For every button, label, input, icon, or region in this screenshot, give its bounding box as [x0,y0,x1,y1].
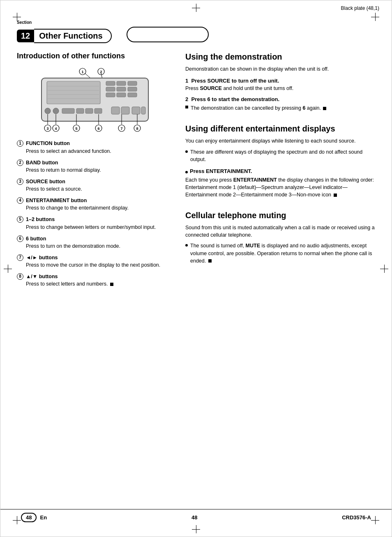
feature-item-4: 4 ENTERTAINMENT buttonPress to change to… [17,197,173,212]
demo-step-1: 1 Press SOURCE to turn off the unit. Pre… [185,78,375,92]
intro-heading: Introduction of other functions [17,51,173,61]
demo-step-1-body: Press SOURCE and hold until the unit tur… [185,85,375,92]
entertainment-heading: Using different entertainment displays [185,123,375,134]
svg-point-21 [45,108,51,114]
footer-left: 48 En [21,513,47,522]
svg-rect-26 [95,108,102,113]
cellular-intro: Sound from this unit is muted automatica… [185,224,375,239]
feature-num-3: 3 [17,178,23,185]
end-mark-4 [208,259,212,263]
svg-rect-15 [106,87,115,91]
svg-rect-19 [117,93,126,97]
svg-text:1: 1 [81,70,83,74]
cellular-heading: Cellular telephone muting [185,210,375,221]
entertainment-step-body: Each time you press ENTERTAINMENT the di… [185,176,375,198]
entertainment-bullet-1: These are different ways of displaying t… [185,148,375,163]
left-column: Introduction of other functions 1 2 [17,51,173,292]
svg-text:5: 5 [75,127,77,131]
feature-item-8: 8 ▲/▼ buttonsPress to select letters and… [17,273,173,288]
feature-num-8: 8 [17,273,23,280]
svg-rect-30 [141,107,145,114]
feature-text-3: SOURCE buttonPress to select a source. [26,178,82,193]
footer-right: CRD3576-A [342,514,371,521]
header: Section 12 Other Functions [0,0,392,43]
feature-list: 1 FUNCTION buttonPress to select an adva… [17,140,173,288]
feature-text-5: 1–2 buttonsPress to change between lette… [26,216,156,230]
feature-item-6: 6 6 buttonPress to turn on the demonstra… [17,235,173,250]
feature-item-1: 1 FUNCTION buttonPress to select an adva… [17,140,173,154]
page: Black plate (48,1) Section 12 Other Func… [0,0,392,537]
section-header-row: 12 Other Functions [17,25,375,43]
footer-center-text: 48 [191,514,197,521]
feature-text-4: ENTERTAINMENT buttonPress to change to t… [26,197,129,212]
entertainment-step: Press ENTERTAINMENT. Each time you press… [185,168,375,198]
demo-heading: Using the demonstration [185,51,375,62]
feature-item-5: 5 1–2 buttonsPress to change between let… [17,216,173,230]
svg-rect-24 [76,108,84,113]
svg-rect-25 [85,108,93,113]
feature-num-4: 4 [17,197,23,204]
feature-text-2: BAND buttonPress to return to normal dis… [26,159,101,174]
feature-text-7: ◄/► buttonsPress to move the cursor in t… [26,254,160,269]
svg-text:3: 3 [46,127,48,131]
crosshair-mid-left [4,265,12,273]
feature-item-7: 7 ◄/► buttonsPress to move the cursor in… [17,254,173,269]
feature-text-6: 6 buttonPress to turn on the demonstrati… [26,235,120,250]
demo-section: Using the demonstration Demonstration ca… [185,51,375,112]
svg-rect-28 [121,107,129,114]
svg-rect-14 [128,81,137,85]
section-oval [127,27,209,42]
svg-rect-16 [117,87,126,91]
bullet-round-icon-2 [185,171,188,173]
cellular-bullet-1: The sound is turned off, MUTE is display… [185,242,375,264]
svg-rect-13 [117,81,126,85]
footer-model: CRD3576-A [342,514,371,521]
svg-text:4: 4 [55,127,57,131]
feature-item-3: 3 SOURCE buttonPress to select a source. [17,178,173,193]
svg-rect-23 [62,108,74,113]
section-title: Other Functions [34,29,111,43]
feature-text-1: FUNCTION buttonPress to select an advanc… [26,140,111,154]
demo-step-2-title: 2 Press 6 to start the demonstration. [185,96,375,102]
bullet-round-icon-1 [185,150,188,153]
footer-center-num: 48 [191,514,197,521]
section-badge: 12 Other Functions [17,29,112,43]
cellular-section: Cellular telephone muting Sound from thi… [185,210,375,265]
svg-text:8: 8 [136,127,138,131]
feature-num-1: 1 [17,140,23,147]
svg-text:6: 6 [97,127,99,131]
bullet-sq-icon [185,106,188,108]
svg-text:2: 2 [100,70,102,74]
svg-rect-27 [111,107,120,114]
right-column: Using the demonstration Demonstration ca… [185,51,375,292]
entertainment-step-title: Press ENTERTAINMENT. [185,168,375,174]
feature-item-2: 2 BAND buttonPress to return to normal d… [17,159,173,174]
section-label: Section [17,20,375,25]
svg-text:7: 7 [120,127,122,131]
feature-num-5: 5 [17,216,23,223]
main-content: Introduction of other functions 1 2 [0,43,392,300]
entertainment-intro: You can enjoy entertainment displays whi… [185,137,375,145]
device-diagram: 1 2 [35,66,154,136]
svg-rect-29 [132,107,140,114]
footer: 48 En 48 CRD3576-A [0,509,392,522]
cellular-bullet-text-1: The sound is turned off, MUTE is display… [190,242,375,264]
crosshair-bottom [192,525,200,533]
svg-point-22 [53,108,59,114]
end-mark-3 [334,194,337,197]
bullet-round-icon-3 [185,244,188,247]
demo-bullet-text-1: The demonstration can be cancelled by pr… [191,104,326,112]
svg-rect-20 [128,93,137,97]
page-num-badge: 48 [21,513,37,522]
entertainment-section: Using different entertainment displays Y… [185,123,375,198]
feature-text-8: ▲/▼ buttonsPress to select letters and n… [26,273,113,288]
demo-intro: Demonstration can be shown in the displa… [185,65,375,73]
end-mark-1 [110,283,113,286]
device-svg: 1 2 [35,66,154,136]
feature-num-6: 6 [17,235,23,242]
demo-step-1-title: 1 Press SOURCE to turn off the unit. [185,78,375,84]
feature-num-2: 2 [17,159,23,166]
demo-bullet-1: The demonstration can be cancelled by pr… [185,104,375,112]
entertainment-bullet-text-1: These are different ways of displaying t… [190,148,375,163]
svg-rect-7 [47,81,100,104]
